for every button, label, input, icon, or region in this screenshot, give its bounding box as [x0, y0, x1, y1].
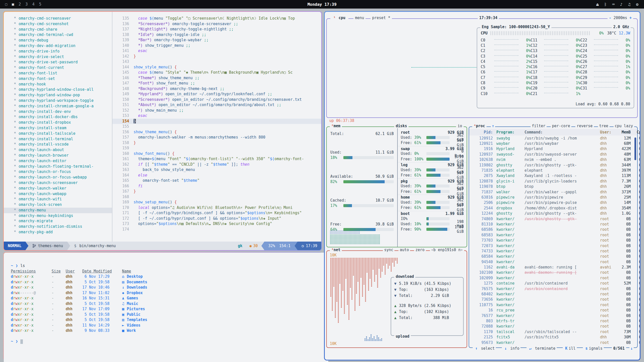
file-list-item[interactable]: *omarchy-launch-about: [4, 147, 112, 153]
code-line[interactable]: 154}: [112, 119, 321, 124]
workspace-switcher[interactable]: ▢▣2345: [5, 2, 41, 7]
file-list-item[interactable]: *omarchy-launch-webapp: [4, 191, 112, 197]
file-list-item[interactable]: *omarchy-menu: [4, 208, 112, 213]
process-row[interactable]: 72088kworker/root0B0.0: [469, 324, 637, 329]
code-line[interactable]: 149 *Hyprland*) open_in_editor ~/.config…: [112, 92, 321, 97]
proc-footer-action[interactable]: ↑ select: [473, 346, 496, 351]
code-line[interactable]: 137 *Nightlight*) omarchy-toggle-nightli…: [112, 27, 321, 32]
process-row[interactable]: 73703kworker/root0B0.0: [469, 238, 637, 243]
code-line[interactable]: 153 esac: [112, 113, 321, 119]
net-zero-button[interactable]: zero: [414, 248, 426, 252]
editor-window[interactable]: *omarchy-cmd-screensaver*omarchy-cmd-scr…: [3, 11, 322, 251]
code-line[interactable]: 171 [ -f ~/.config/hypr/bindings.conf ] …: [112, 210, 321, 216]
process-row[interactable]: 76575kworker//usr/bin/containerdroot0B0.…: [469, 286, 637, 291]
process-row[interactable]: 63816pipewire/usr/bin/pipewiredhh25M0.0: [469, 195, 637, 200]
code-line[interactable]: 146 *Theme*) show_theme_menu ;;: [112, 75, 321, 81]
proc-footer-action[interactable]: ↓ info: [502, 346, 520, 351]
code-line[interactable]: 167}: [112, 189, 321, 194]
process-row[interactable]: 120912swaybg/usr/bin/swaybg -i /homdhh12…: [469, 135, 637, 141]
process-row[interactable]: 72073kworker/root0B0.0: [469, 243, 637, 248]
file-list-item[interactable]: *omarchy-drive-info: [4, 49, 112, 54]
terminal[interactable]: ~❯ls PermissionsSizeUserDate ModifiedNam…: [4, 253, 328, 362]
process-row[interactable]: 1162avahi-daavahi-daemon: running [avahi…: [469, 264, 637, 270]
proc-scrollbar[interactable]: [634, 138, 636, 160]
file-list-item[interactable]: *omarchy-install-docker-dbs: [4, 114, 112, 120]
code-line[interactable]: 144show_style_menu() {: [112, 65, 321, 70]
file-list-item[interactable]: *omarchy-install-dev-env: [4, 109, 112, 115]
code-line[interactable]: 170 local options="♫ Audio\n≋ Wifi\nᛒ Bl…: [112, 205, 321, 211]
workspace-3[interactable]: 3: [25, 2, 28, 7]
file-list-item[interactable]: *omarchy-drive-set-password: [4, 60, 112, 65]
bluetooth-icon[interactable]: ᛒ: [604, 2, 607, 7]
file-list-item[interactable]: *omarchy-font-current: [4, 65, 112, 71]
file-list-item[interactable]: *omarchy-install-chromium-google-a: [4, 104, 112, 109]
proc-column-header[interactable]: Command:: [525, 130, 600, 134]
process-row[interactable]: 119078btopbtopdhh26M0.0: [469, 184, 637, 189]
code-line[interactable]: 161 theme=$(menu "Font" "$(omarchy-font-…: [112, 156, 321, 162]
file-list-item[interactable]: *omarchy-hyprland-window-close-all: [4, 87, 112, 93]
file-list-item[interactable]: *omarchy-install-tailscale: [4, 131, 112, 137]
system-tray[interactable]: ⏏ᛒ⌨♪♫⚙: [596, 2, 638, 7]
proc-control-filter[interactable]: filter: [531, 124, 547, 128]
file-list-item[interactable]: *omarchy-cmd-terminal-cwd: [4, 32, 112, 38]
proc-column-header[interactable]: User:: [600, 130, 617, 134]
code-line[interactable]: 166 fi: [112, 184, 321, 189]
file-list-item[interactable]: *omarchy-pkg-add: [4, 230, 112, 235]
proc-footer-action[interactable]: Kill: [563, 346, 577, 351]
code-line[interactable]: 148 *Background*) omarchy-theme-bg-next …: [112, 86, 321, 92]
workspace-4[interactable]: 4: [32, 2, 34, 7]
screencast-icon[interactable]: ⏏: [596, 2, 599, 7]
code-line[interactable]: 136 *Screensaver*) omarchy-toggle-screen…: [112, 21, 321, 27]
process-row[interactable]: 68583kworker/root0B0.0: [469, 232, 637, 238]
process-row[interactable]: 68584kworker/root0B0.0: [469, 254, 637, 259]
audio-output-icon[interactable]: ♫: [628, 2, 631, 7]
process-row[interactable]: 74869kworker//usr/bin/ghostty --gtk-root…: [469, 216, 637, 221]
file-list-item[interactable]: *omarchy-hyprland-window-pop: [4, 93, 112, 98]
btop-window[interactable]: ¹cpu menu preset * 17:39:34 - 2000ms + E…: [324, 11, 640, 360]
interval-plus-button[interactable]: +: [629, 16, 632, 20]
file-list-item[interactable]: *omarchy-launch-or-focus-webapp: [4, 175, 112, 180]
file-list-item[interactable]: *omarchy-launch-wifi: [4, 197, 112, 202]
process-row[interactable]: 71837walker/usr/bin/walker --gappldhh371…: [469, 189, 637, 195]
code-line[interactable]: 138 *Idle*) omarchy-toggle-idle ;;: [112, 32, 321, 38]
process-row[interactable]: 2544dropbox/home/dhh/.dropbox-distdhh354…: [469, 205, 637, 211]
file-list-item[interactable]: *omarchy-install-steam: [4, 125, 112, 131]
process-row[interactable]: 71835elephantelephantdhh397M0.0: [469, 168, 637, 173]
process-row[interactable]: 803btrfs-trroot0B0.0: [469, 318, 637, 324]
file-list-item[interactable]: *omarchy-install-terminal: [4, 137, 112, 142]
process-row[interactable]: 68586kworker/root0B0.0: [469, 227, 637, 232]
process-row[interactable]: 120921waybar/usr/bin/waybardhh68M0.0: [469, 141, 637, 146]
code-line[interactable]: 156show_theme_menu() {: [112, 129, 321, 135]
git-branch[interactable]: themes-menu: [28, 242, 67, 250]
file-list-item[interactable]: *omarchy-hook: [4, 82, 112, 87]
code-line[interactable]: 169show_setup_menu() {: [112, 200, 321, 205]
proc-column-header[interactable]: Cpu%: [635, 130, 640, 134]
update-interval[interactable]: - 2000ms +: [608, 16, 633, 20]
file-list-item[interactable]: *omarchy-debug: [4, 38, 112, 43]
net-interface-selector[interactable]: ‹b enp191s0 n›: [430, 248, 464, 252]
process-row[interactable]: 2075XwaylandXwayland :1 -rootless -dhh11…: [469, 173, 637, 178]
process-row[interactable]: 73656kworker/root0B0.0: [469, 297, 637, 302]
file-list-item[interactable]: *omarchy-install-vscode: [4, 142, 112, 147]
process-row[interactable]: 102638nvimnvim --embed .dhh63M0.0: [469, 157, 637, 162]
workspace-active-icon[interactable]: ▣: [12, 2, 14, 7]
file-list[interactable]: *omarchy-cmd-screensaver*omarchy-cmd-scr…: [4, 12, 112, 242]
preset-button[interactable]: preset *: [371, 16, 392, 20]
code-pane[interactable]: 135 case $(menu "Toggle" "▢ Screensaver\…: [112, 12, 321, 242]
code-line[interactable]: 158}: [112, 140, 321, 146]
workspace-app-icon[interactable]: ▢: [5, 2, 7, 7]
process-row[interactable]: 119802ghostty/usr/bin/ghostty --gtk-dhh3…: [469, 162, 637, 168]
code-line[interactable]: 159: [112, 146, 321, 151]
scroll-up-indicator[interactable]: ↑: [491, 124, 495, 128]
file-list-item[interactable]: *omarchy-drive-select: [4, 54, 112, 60]
code-line[interactable]: 142}: [112, 54, 321, 59]
code-line[interactable]: 135 case $(menu "Toggle" "▢ Screensaver\…: [112, 16, 321, 21]
process-row[interactable]: 16rcu_preeroot0B0.0: [469, 308, 637, 313]
file-list-item[interactable]: *omarchy-launch-browser: [4, 153, 112, 158]
code-line[interactable]: 164 else: [112, 173, 321, 178]
process-row[interactable]: 95673kworker/root0B0.0: [469, 340, 637, 345]
process-row[interactable]: 2506pipewire/usr/bin/pipewire-pulsedhh14…: [469, 200, 637, 205]
file-list-item[interactable]: *omarchy-dev-add-migration: [4, 43, 112, 49]
volume-icon[interactable]: ♪: [620, 2, 623, 7]
process-row[interactable]: 74733kworker/root0B0.0: [469, 248, 637, 254]
